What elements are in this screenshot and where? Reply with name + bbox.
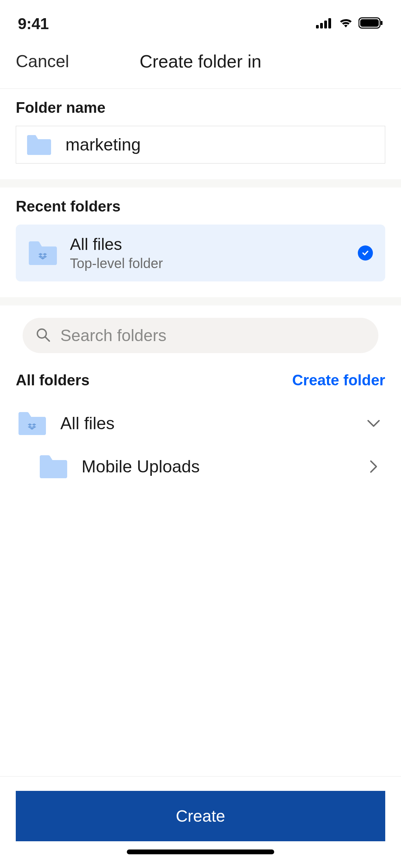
create-folder-link[interactable]: Create folder <box>292 372 385 389</box>
search-wrap[interactable] <box>23 318 378 353</box>
folder-name-label: Folder name <box>16 99 385 116</box>
chevron-right-icon <box>366 459 381 474</box>
svg-rect-6 <box>381 21 382 25</box>
cellular-icon <box>316 17 333 30</box>
home-indicator[interactable] <box>127 849 274 854</box>
status-bar: 9:41 <box>0 0 401 38</box>
svg-rect-0 <box>316 25 319 28</box>
section-divider <box>0 179 401 188</box>
create-button[interactable]: Create <box>16 791 385 841</box>
search-input[interactable] <box>60 326 365 345</box>
bottom-bar: Create <box>0 776 401 868</box>
cancel-button[interactable]: Cancel <box>16 51 69 71</box>
svg-rect-1 <box>320 23 323 28</box>
all-folders-label: All folders <box>16 372 89 389</box>
folder-icon <box>39 455 68 479</box>
chevron-down-icon <box>366 416 381 431</box>
svg-rect-2 <box>324 21 327 28</box>
recent-folder-item[interactable]: All files Top-level folder <box>16 225 385 281</box>
wifi-icon <box>338 17 354 30</box>
tree-item-label: All files <box>60 413 352 433</box>
recent-folders-label: Recent folders <box>16 198 385 215</box>
folder-icon <box>26 134 52 155</box>
tree-item-all-files[interactable]: All files <box>18 402 385 445</box>
folder-name-input[interactable] <box>65 135 375 155</box>
status-indicators <box>316 17 383 30</box>
recent-folders-section: Recent folders All files Top-level folde… <box>0 188 401 297</box>
folder-name-section: Folder name <box>0 89 401 179</box>
recent-folder-text: All files Top-level folder <box>70 235 345 271</box>
selected-check-icon <box>358 245 373 261</box>
search-section <box>0 305 401 360</box>
section-divider <box>0 297 401 305</box>
search-icon <box>36 327 51 344</box>
all-folders-header: All folders Create folder <box>0 360 401 396</box>
svg-line-13 <box>45 337 49 341</box>
folder-tree: All files Mobile Uploads <box>0 396 401 488</box>
svg-rect-3 <box>328 18 331 28</box>
battery-icon <box>359 17 383 30</box>
tree-item-label: Mobile Uploads <box>82 457 352 477</box>
dropbox-folder-icon <box>18 411 47 435</box>
svg-rect-5 <box>360 19 379 27</box>
dropbox-folder-icon <box>28 241 58 265</box>
nav-header: Cancel Create folder in <box>0 38 401 89</box>
recent-folder-subtitle: Top-level folder <box>70 256 345 271</box>
recent-folder-title: All files <box>70 235 345 254</box>
status-time: 9:41 <box>18 14 49 33</box>
page-title: Create folder in <box>139 51 262 72</box>
tree-item-mobile-uploads[interactable]: Mobile Uploads <box>18 445 385 488</box>
folder-name-input-wrap[interactable] <box>16 126 385 164</box>
